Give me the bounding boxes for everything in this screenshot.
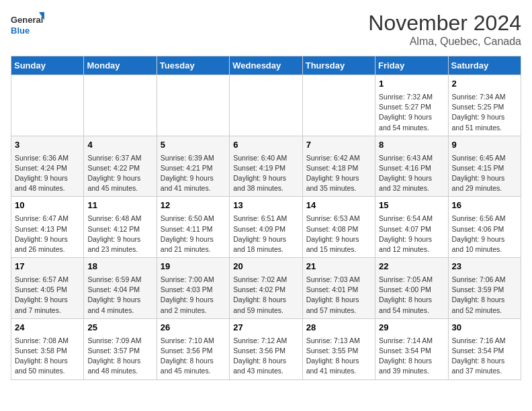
day-info-line: Daylight: 8 hours and 57 minutes. bbox=[306, 295, 371, 315]
day-info-line: Sunset: 5:25 PM bbox=[452, 102, 517, 112]
day-info-line: Sunrise: 7:32 AM bbox=[379, 92, 444, 102]
day-info-line: Sunset: 4:07 PM bbox=[379, 224, 444, 234]
day-number: 30 bbox=[452, 322, 517, 334]
day-info-line: Sunset: 4:02 PM bbox=[233, 285, 298, 295]
calendar-cell: 19Sunrise: 7:00 AMSunset: 4:03 PMDayligh… bbox=[157, 258, 229, 319]
day-info-line: Sunrise: 6:54 AM bbox=[379, 214, 444, 224]
day-info-line: Daylight: 9 hours and 29 minutes. bbox=[452, 173, 517, 193]
calendar-cell: 30Sunrise: 7:16 AMSunset: 3:54 PMDayligh… bbox=[448, 318, 521, 379]
calendar-cell bbox=[302, 75, 375, 136]
day-info-line: Sunrise: 7:00 AM bbox=[161, 275, 226, 285]
day-info-line: Sunset: 4:04 PM bbox=[87, 285, 152, 295]
calendar-cell: 17Sunrise: 6:57 AMSunset: 4:05 PMDayligh… bbox=[11, 258, 84, 319]
day-info-line: Sunset: 4:19 PM bbox=[233, 163, 298, 173]
col-header-friday: Friday bbox=[375, 56, 448, 75]
day-number: 10 bbox=[15, 199, 80, 212]
day-info-line: Sunset: 3:55 PM bbox=[306, 346, 371, 356]
title-block: November 2024 Alma, Quebec, Canada bbox=[368, 11, 521, 48]
calendar-cell: 11Sunrise: 6:48 AMSunset: 4:12 PMDayligh… bbox=[84, 197, 157, 258]
calendar-cell: 21Sunrise: 7:03 AMSunset: 4:01 PMDayligh… bbox=[302, 258, 375, 319]
day-info-line: Daylight: 9 hours and 51 minutes. bbox=[452, 112, 517, 132]
day-info-line: Sunset: 4:24 PM bbox=[15, 163, 80, 173]
day-number: 20 bbox=[233, 261, 298, 273]
day-info-line: Daylight: 9 hours and 23 minutes. bbox=[87, 234, 152, 255]
day-info-line: Sunrise: 6:57 AM bbox=[15, 275, 80, 285]
col-header-wednesday: Wednesday bbox=[230, 56, 302, 75]
calendar-cell bbox=[157, 75, 229, 136]
day-info-line: Sunset: 4:03 PM bbox=[161, 285, 226, 295]
day-number: 27 bbox=[233, 322, 298, 334]
calendar-cell: 4Sunrise: 6:37 AMSunset: 4:22 PMDaylight… bbox=[84, 136, 157, 197]
day-number: 18 bbox=[87, 261, 152, 273]
day-info-line: Sunrise: 6:56 AM bbox=[452, 214, 517, 224]
calendar-cell: 26Sunrise: 7:10 AMSunset: 3:56 PMDayligh… bbox=[157, 318, 229, 379]
day-info-line: Sunrise: 7:03 AM bbox=[306, 275, 371, 285]
day-info-line: Daylight: 8 hours and 59 minutes. bbox=[233, 295, 298, 315]
day-info-line: Daylight: 9 hours and 38 minutes. bbox=[233, 173, 298, 193]
day-info-line: Sunset: 4:05 PM bbox=[15, 285, 80, 295]
day-info-line: Daylight: 9 hours and 10 minutes. bbox=[452, 234, 517, 255]
day-info-line: Sunset: 3:58 PM bbox=[15, 346, 80, 356]
day-info-line: Daylight: 9 hours and 35 minutes. bbox=[306, 173, 371, 193]
day-number: 3 bbox=[15, 139, 80, 152]
calendar-cell: 6Sunrise: 6:40 AMSunset: 4:19 PMDaylight… bbox=[230, 136, 302, 197]
calendar-cell: 15Sunrise: 6:54 AMSunset: 4:07 PMDayligh… bbox=[375, 197, 448, 258]
calendar-cell: 12Sunrise: 6:50 AMSunset: 4:11 PMDayligh… bbox=[157, 197, 229, 258]
calendar-cell: 5Sunrise: 6:39 AMSunset: 4:21 PMDaylight… bbox=[157, 136, 229, 197]
week-row-2: 3Sunrise: 6:36 AMSunset: 4:24 PMDaylight… bbox=[11, 136, 521, 197]
day-info-line: Sunset: 4:06 PM bbox=[452, 224, 517, 234]
day-info-line: Sunset: 4:12 PM bbox=[87, 224, 152, 234]
day-info-line: Daylight: 9 hours and 54 minutes. bbox=[379, 112, 444, 132]
day-info-line: Daylight: 8 hours and 54 minutes. bbox=[379, 295, 444, 315]
day-info-line: Daylight: 9 hours and 26 minutes. bbox=[15, 234, 80, 255]
day-info-line: Sunset: 3:57 PM bbox=[87, 346, 152, 356]
page-header: General Blue November 2024 Alma, Quebec,… bbox=[11, 11, 521, 48]
day-info-line: Sunrise: 6:37 AM bbox=[87, 153, 152, 163]
day-number: 23 bbox=[452, 261, 517, 273]
calendar-cell: 23Sunrise: 7:06 AMSunset: 3:59 PMDayligh… bbox=[448, 258, 521, 319]
calendar-cell: 8Sunrise: 6:43 AMSunset: 4:16 PMDaylight… bbox=[375, 136, 448, 197]
day-info-line: Daylight: 9 hours and 45 minutes. bbox=[87, 173, 152, 193]
calendar-cell: 9Sunrise: 6:45 AMSunset: 4:15 PMDaylight… bbox=[448, 136, 521, 197]
calendar-cell: 14Sunrise: 6:53 AMSunset: 4:08 PMDayligh… bbox=[302, 197, 375, 258]
day-info-line: Daylight: 8 hours and 39 minutes. bbox=[379, 356, 444, 376]
day-number: 4 bbox=[87, 139, 152, 152]
day-info-line: Sunset: 3:56 PM bbox=[233, 346, 298, 356]
week-row-1: 1Sunrise: 7:32 AMSunset: 5:27 PMDaylight… bbox=[11, 75, 521, 136]
calendar-cell bbox=[11, 75, 84, 136]
day-info-line: Sunrise: 6:36 AM bbox=[15, 153, 80, 163]
col-header-saturday: Saturday bbox=[448, 56, 521, 75]
day-info-line: Sunset: 4:01 PM bbox=[306, 285, 371, 295]
day-info-line: Daylight: 9 hours and 48 minutes. bbox=[15, 173, 80, 193]
day-info-line: Sunrise: 7:34 AM bbox=[452, 92, 517, 102]
day-info-line: Daylight: 9 hours and 41 minutes. bbox=[161, 173, 226, 193]
col-header-monday: Monday bbox=[84, 56, 157, 75]
day-info-line: Sunrise: 7:06 AM bbox=[452, 275, 517, 285]
day-info-line: Sunset: 3:54 PM bbox=[379, 346, 444, 356]
day-number: 29 bbox=[379, 322, 444, 334]
day-info-line: Daylight: 9 hours and 2 minutes. bbox=[161, 295, 226, 315]
calendar-cell bbox=[84, 75, 157, 136]
day-info-line: Sunrise: 6:50 AM bbox=[161, 214, 226, 224]
calendar-cell: 29Sunrise: 7:14 AMSunset: 3:54 PMDayligh… bbox=[375, 318, 448, 379]
calendar-cell: 27Sunrise: 7:12 AMSunset: 3:56 PMDayligh… bbox=[230, 318, 302, 379]
day-number: 1 bbox=[379, 78, 444, 91]
day-number: 19 bbox=[161, 261, 226, 273]
day-info-line: Sunrise: 6:59 AM bbox=[87, 275, 152, 285]
calendar-cell: 16Sunrise: 6:56 AMSunset: 4:06 PMDayligh… bbox=[448, 197, 521, 258]
day-number: 14 bbox=[306, 199, 371, 212]
day-info-line: Sunrise: 7:02 AM bbox=[233, 275, 298, 285]
header-row: SundayMondayTuesdayWednesdayThursdayFrid… bbox=[11, 56, 521, 75]
day-info-line: Daylight: 9 hours and 32 minutes. bbox=[379, 173, 444, 193]
day-info-line: Daylight: 8 hours and 41 minutes. bbox=[306, 356, 371, 376]
week-row-3: 10Sunrise: 6:47 AMSunset: 4:13 PMDayligh… bbox=[11, 197, 521, 258]
week-row-4: 17Sunrise: 6:57 AMSunset: 4:05 PMDayligh… bbox=[11, 258, 521, 319]
day-number: 11 bbox=[87, 199, 152, 212]
day-info-line: Daylight: 8 hours and 52 minutes. bbox=[452, 295, 517, 315]
day-number: 17 bbox=[15, 261, 80, 273]
day-number: 26 bbox=[161, 322, 226, 334]
calendar-cell: 25Sunrise: 7:09 AMSunset: 3:57 PMDayligh… bbox=[84, 318, 157, 379]
day-info-line: Sunrise: 7:14 AM bbox=[379, 336, 444, 346]
calendar-table: SundayMondayTuesdayWednesdayThursdayFrid… bbox=[11, 56, 521, 380]
day-info-line: Sunset: 4:18 PM bbox=[306, 163, 371, 173]
